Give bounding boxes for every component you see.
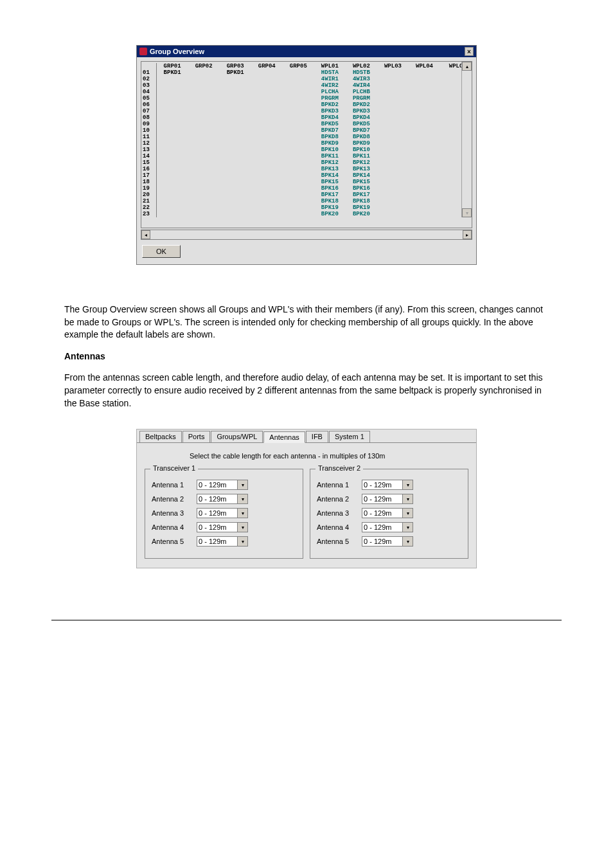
cell: [409, 166, 440, 172]
cell: [188, 95, 220, 102]
cell: [251, 211, 283, 217]
cell: [409, 147, 440, 153]
antenna-length-input[interactable]: [197, 480, 238, 490]
cell: [157, 108, 188, 114]
cell: [377, 114, 409, 121]
chevron-down-icon[interactable]: ▾: [403, 494, 413, 504]
cell: [377, 147, 409, 153]
tab-ifb[interactable]: IFB: [306, 431, 328, 442]
antenna-row: Antenna 5▾: [317, 536, 461, 547]
chevron-down-icon[interactable]: ▾: [238, 508, 248, 518]
cell: [283, 166, 314, 172]
cell: [251, 159, 283, 166]
grid-area: GRP01GRP02GRP03GRP04GRP05WPL01WPL02WPL03…: [141, 61, 472, 228]
cell: PRGRM: [346, 95, 377, 102]
cell: [157, 134, 188, 140]
cell: [251, 153, 283, 159]
antenna-length-input[interactable]: [362, 508, 403, 518]
scroll-right-icon[interactable]: ▸: [463, 230, 472, 239]
table-row: 11BPKD8BPKD8: [141, 134, 472, 140]
cell: BPKD5: [346, 121, 377, 127]
tab-strip: BeltpacksPortsGroups/WPLAntennasIFBSyste…: [137, 429, 476, 443]
cell: [377, 95, 409, 102]
antenna-row: Antenna 4▾: [152, 522, 296, 532]
scroll-up-icon[interactable]: ▴: [462, 62, 472, 71]
table-row: 23BPK20BPK20: [141, 211, 472, 217]
table-row: 09BPKD5BPKD5: [141, 121, 472, 127]
chevron-down-icon[interactable]: ▾: [238, 494, 248, 504]
chevron-down-icon[interactable]: ▾: [403, 522, 413, 532]
table-row: 08BPKD4BPKD4: [141, 114, 472, 121]
cell: [377, 121, 409, 127]
cell: BPKD5: [314, 121, 346, 127]
row-number: 12: [141, 140, 157, 147]
horizontal-scrollbar[interactable]: ◂ ▸: [141, 230, 472, 240]
row-number: 05: [141, 95, 157, 102]
cell: [283, 76, 314, 82]
vertical-scrollbar[interactable]: ▴ ▾: [461, 62, 472, 217]
cell: [220, 114, 251, 121]
col-header: GRP03: [220, 63, 251, 69]
antenna-length-input[interactable]: [197, 536, 238, 547]
table-row: 21BPK18BPK18: [141, 198, 472, 204]
tab-system-1[interactable]: System 1: [329, 431, 370, 442]
cell: [220, 95, 251, 102]
cell: [220, 82, 251, 89]
cell: [377, 179, 409, 185]
cell: [157, 76, 188, 82]
antennas-panel: BeltpacksPortsGroups/WPLAntennasIFBSyste…: [136, 429, 477, 568]
cell: [251, 69, 283, 76]
cell: [220, 179, 251, 185]
antenna-label: Antenna 4: [152, 523, 189, 531]
antenna-length-input[interactable]: [197, 508, 238, 518]
cell: [188, 179, 220, 185]
cell: [409, 76, 440, 82]
scroll-down-icon[interactable]: ▾: [462, 208, 472, 217]
table-row: 18BPK15BPK15: [141, 179, 472, 185]
antenna-length-input[interactable]: [197, 522, 238, 532]
cell: BPK10: [346, 147, 377, 153]
chevron-down-icon[interactable]: ▾: [238, 536, 248, 547]
tab-ports[interactable]: Ports: [182, 431, 211, 442]
antenna-label: Antenna 1: [152, 481, 189, 489]
antenna-label: Antenna 3: [317, 509, 354, 517]
tab-beltpacks[interactable]: Beltpacks: [139, 431, 182, 442]
tab-groups-wpl[interactable]: Groups/WPL: [211, 431, 263, 442]
cell: BPK12: [346, 159, 377, 166]
cell: [283, 198, 314, 204]
cell: [157, 192, 188, 198]
table-row: 05PRGRMPRGRM: [141, 95, 472, 102]
chevron-down-icon[interactable]: ▾: [403, 536, 413, 547]
scroll-left-icon[interactable]: ◂: [141, 230, 150, 239]
antenna-length-input[interactable]: [362, 494, 403, 504]
row-number: 23: [141, 211, 157, 217]
cell: [283, 95, 314, 102]
paragraph-2: From the antennas screen cable length, a…: [64, 372, 549, 410]
close-icon[interactable]: ×: [465, 47, 474, 56]
antenna-length-input[interactable]: [362, 480, 403, 490]
cell: [377, 134, 409, 140]
chevron-down-icon[interactable]: ▾: [403, 480, 413, 490]
cell: [283, 102, 314, 108]
tab-antennas[interactable]: Antennas: [263, 431, 305, 443]
instruction-text: Select the cable length for each antenna…: [190, 452, 468, 460]
chevron-down-icon[interactable]: ▾: [238, 480, 248, 490]
cell: [157, 114, 188, 121]
cell: [251, 95, 283, 102]
table-row: 07BPKD3BPKD3: [141, 108, 472, 114]
antenna-length-input[interactable]: [362, 536, 403, 547]
row-number: 10: [141, 127, 157, 134]
row-number: 16: [141, 166, 157, 172]
row-number: 14: [141, 153, 157, 159]
antenna-length-input[interactable]: [362, 522, 403, 532]
cell: [188, 147, 220, 153]
antenna-label: Antenna 3: [152, 509, 189, 517]
row-number: 03: [141, 82, 157, 89]
ok-button[interactable]: OK: [142, 245, 181, 258]
chevron-down-icon[interactable]: ▾: [238, 522, 248, 532]
cell: [377, 69, 409, 76]
chevron-down-icon[interactable]: ▾: [403, 508, 413, 518]
antenna-length-input[interactable]: [197, 494, 238, 504]
cell: [283, 204, 314, 211]
row-number: 11: [141, 134, 157, 140]
